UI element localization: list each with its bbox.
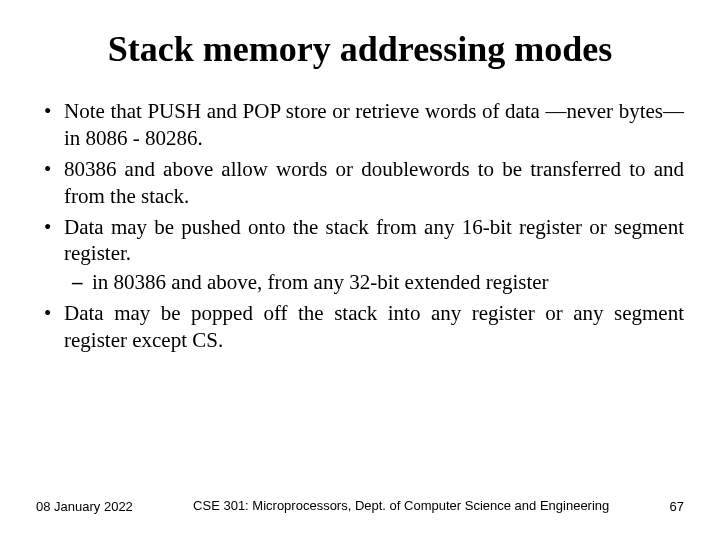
list-item: Note that PUSH and POP store or retrieve… <box>64 98 684 152</box>
list-item: Data may be pushed onto the stack from a… <box>64 214 684 297</box>
slide: Stack memory addressing modes Note that … <box>0 0 720 540</box>
list-item: 80386 and above allow words or doublewor… <box>64 156 684 210</box>
bullet-text: Data may be pushed onto the stack from a… <box>64 215 684 266</box>
slide-title: Stack memory addressing modes <box>36 28 684 70</box>
footer-page-number: 67 <box>670 499 684 514</box>
bullet-text: in 80386 and above, from any 32-bit exte… <box>92 270 549 294</box>
bullet-text: Data may be popped off the stack into an… <box>64 301 684 352</box>
bullet-list: Note that PUSH and POP store or retrieve… <box>36 98 684 354</box>
bullet-text: 80386 and above allow words or doublewor… <box>64 157 684 208</box>
bullet-text: Note that PUSH and POP store or retrieve… <box>64 99 684 150</box>
slide-footer: 08 January 2022 CSE 301: Microprocessors… <box>36 498 684 514</box>
list-item: Data may be popped off the stack into an… <box>64 300 684 354</box>
footer-course: CSE 301: Microprocessors, Dept. of Compu… <box>133 498 670 514</box>
footer-date: 08 January 2022 <box>36 499 133 514</box>
slide-body: Note that PUSH and POP store or retrieve… <box>36 98 684 354</box>
list-item: in 80386 and above, from any 32-bit exte… <box>92 269 684 296</box>
sub-bullet-list: in 80386 and above, from any 32-bit exte… <box>64 269 684 296</box>
